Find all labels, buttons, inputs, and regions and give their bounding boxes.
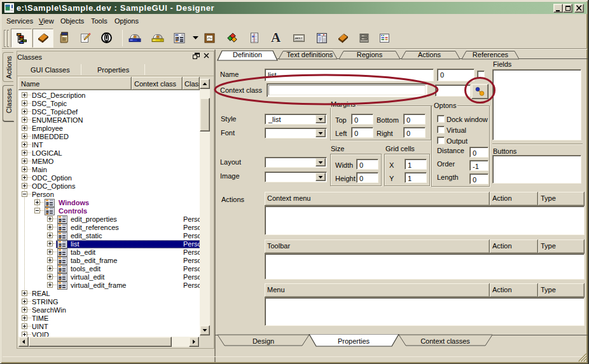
- svg-text:Design: Design: [253, 337, 274, 345]
- svg-text:Actions: Actions: [418, 51, 441, 58]
- svg-text:References: References: [473, 51, 509, 58]
- svg-text:Regions: Regions: [357, 51, 383, 58]
- svg-text:Properties: Properties: [338, 337, 370, 345]
- svg-text:Text definitions: Text definitions: [287, 51, 333, 58]
- svg-text:Context classes: Context classes: [420, 337, 470, 345]
- svg-text:Definition: Definition: [233, 51, 262, 58]
